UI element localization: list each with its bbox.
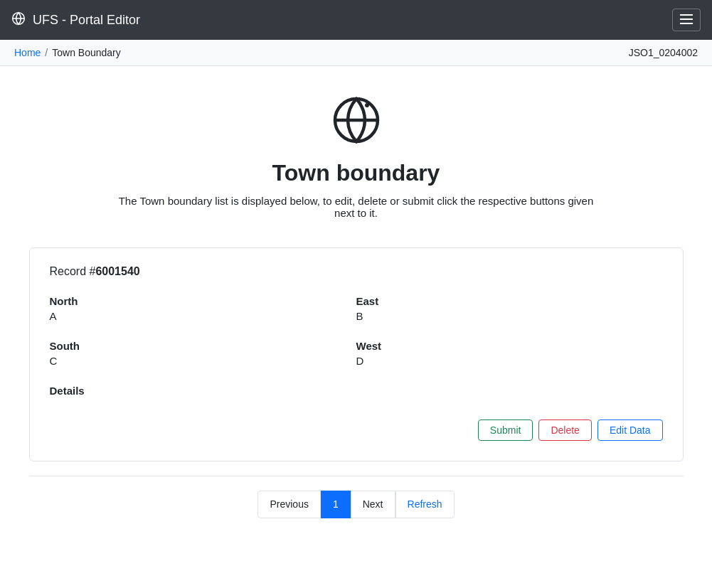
navbar-brand: UFS - Portal Editor: [11, 11, 140, 29]
globe-nav-icon: [11, 11, 26, 29]
edit-data-button[interactable]: Edit Data: [597, 419, 663, 441]
navbar-title: UFS - Portal Editor: [33, 13, 140, 28]
field-south-value: C: [50, 355, 58, 367]
next-button[interactable]: Next: [351, 491, 395, 518]
record-label-prefix: Record #: [50, 265, 96, 277]
field-east: East B: [356, 295, 663, 323]
field-north-value: A: [50, 310, 57, 322]
delete-button[interactable]: Delete: [538, 419, 591, 441]
field-east-label: East: [356, 295, 663, 307]
navbar: UFS - Portal Editor: [0, 0, 712, 40]
field-north-label: North: [50, 295, 356, 307]
record-id-badge: JSO1_0204002: [629, 47, 698, 58]
navbar-toggler[interactable]: [672, 9, 701, 31]
page-title: Town boundary: [29, 160, 684, 186]
breadcrumb-home[interactable]: Home: [14, 47, 41, 58]
refresh-button[interactable]: Refresh: [395, 491, 455, 518]
field-south-label: South: [50, 340, 356, 352]
page-description: The Town boundary list is displayed belo…: [107, 195, 605, 219]
main-content: Town boundary The Town boundary list is …: [15, 66, 698, 547]
field-east-value: B: [356, 310, 363, 322]
field-south: South C: [50, 340, 356, 368]
field-north: North A: [50, 295, 356, 323]
globe-icon: [29, 95, 684, 149]
svg-point-7: [365, 103, 369, 107]
hero-section: Town boundary The Town boundary list is …: [29, 95, 684, 219]
divider: [29, 476, 684, 476]
submit-button[interactable]: Submit: [478, 419, 533, 441]
field-west-label: West: [356, 340, 663, 352]
field-west-value: D: [356, 355, 364, 367]
details-label: Details: [50, 385, 663, 397]
record-fields-grid: North A East B South C West D: [50, 295, 663, 368]
breadcrumb-bar: Home / Town Boundary JSO1_0204002: [0, 40, 712, 66]
record-number: 6001540: [95, 265, 139, 277]
record-header: Record #6001540: [50, 265, 663, 278]
page-1-button[interactable]: 1: [321, 491, 351, 518]
hamburger-icon: [680, 13, 693, 27]
action-buttons: Submit Delete Edit Data: [50, 411, 663, 444]
breadcrumb-current: Town Boundary: [52, 47, 121, 58]
breadcrumb-separator: /: [45, 47, 48, 58]
breadcrumb: Home / Town Boundary: [14, 47, 121, 58]
field-west: West D: [356, 340, 663, 368]
pagination: Previous 1 Next Refresh: [29, 491, 684, 518]
previous-button[interactable]: Previous: [257, 491, 320, 518]
record-card: Record #6001540 North A East B South C W…: [29, 247, 684, 461]
